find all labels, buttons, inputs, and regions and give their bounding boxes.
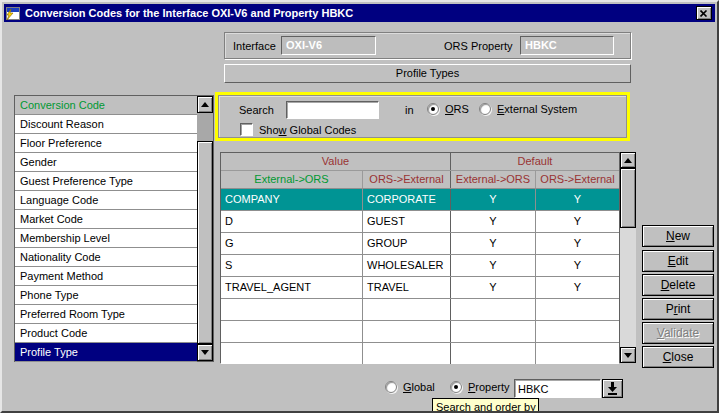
table-cell: GUEST — [363, 211, 451, 232]
close-button[interactable] — [696, 6, 712, 20]
list-item[interactable]: Gender — [15, 153, 197, 172]
delete-button-label: Delete — [661, 278, 696, 292]
table-row[interactable] — [221, 320, 619, 342]
interface-panel: Interface OXI-V6 ORS Property HBKC — [224, 32, 631, 59]
global-radio[interactable]: Global — [385, 381, 435, 393]
value-group-header: Value — [221, 153, 451, 170]
show-global-codes-checkbox[interactable]: Show Global Codes — [240, 123, 356, 136]
table-row[interactable] — [221, 298, 619, 320]
column-header: ORS->External — [536, 171, 619, 188]
column-header-row: External->ORS ORS->External External->OR… — [221, 170, 619, 188]
list-item[interactable]: Floor Preference — [15, 134, 197, 153]
table-cell — [221, 299, 363, 320]
default-group-header: Default — [451, 153, 619, 170]
property-radio[interactable]: Property — [450, 381, 510, 393]
list-item[interactable]: Membership Level — [15, 229, 197, 248]
list-item[interactable]: Phone Type — [15, 286, 197, 305]
down-arrow-icon — [624, 353, 632, 358]
ors-property-label: ORS Property — [444, 40, 512, 52]
close-action-button[interactable]: Close — [642, 346, 714, 368]
table-cell: D — [221, 211, 363, 232]
conversion-code-list: Conversion Code Discount Reason Floor Pr… — [14, 95, 214, 362]
profile-types-header: Profile Types — [224, 64, 631, 83]
property-radio-label: Property — [468, 381, 510, 393]
list-item[interactable]: Nationality Code — [15, 248, 197, 267]
scroll-down-button[interactable] — [197, 344, 213, 361]
window-title: Conversion Codes for the Interface OXI-V… — [25, 7, 353, 19]
radio-icon — [427, 103, 439, 115]
group-header-row: Value Default — [221, 153, 619, 170]
table-cell: G — [221, 233, 363, 254]
table-cell: Y — [536, 277, 619, 298]
delete-button[interactable]: Delete — [642, 274, 714, 296]
table-cell: Y — [536, 255, 619, 276]
tooltip: Search and order by — [432, 398, 539, 413]
external-system-radio-label: External System — [497, 103, 577, 115]
table-row-selected[interactable]: COMPANY CORPORATE Y Y — [221, 188, 619, 210]
list-item[interactable]: Discount Reason — [15, 115, 197, 134]
table-cell: TRAVEL — [363, 277, 451, 298]
ors-radio[interactable]: ORS — [427, 103, 469, 115]
new-button[interactable]: New — [642, 225, 714, 247]
list-header: Conversion Code — [15, 96, 197, 115]
print-button[interactable]: Print — [642, 298, 714, 320]
down-arrow-icon — [201, 350, 209, 355]
table-cell — [451, 321, 536, 342]
scroll-down-button[interactable] — [620, 347, 636, 363]
external-system-radio[interactable]: External System — [479, 103, 577, 115]
table-cell: COMPANY — [221, 189, 363, 210]
list-item[interactable]: Product Code — [15, 324, 197, 343]
down-arrow-to-bar-icon — [607, 382, 618, 395]
table-row[interactable]: TRAVEL_AGENT TRAVEL Y Y — [221, 276, 619, 298]
table-scrollbar[interactable] — [620, 152, 636, 363]
list-item[interactable]: Payment Method — [15, 267, 197, 286]
list-item[interactable]: Guest Preference Type — [15, 172, 197, 191]
table-cell — [363, 299, 451, 320]
checkbox-icon — [240, 123, 253, 136]
list-item[interactable]: Language Code — [15, 191, 197, 210]
show-global-codes-label: Show Global Codes — [259, 124, 356, 136]
interface-label: Interface — [233, 40, 276, 52]
radio-icon — [385, 381, 397, 393]
list-item[interactable]: Preferred Room Type — [15, 305, 197, 324]
column-header: External->ORS — [451, 171, 536, 188]
scroll-up-button[interactable] — [620, 152, 636, 168]
table-cell — [221, 321, 363, 342]
table-cell — [536, 343, 619, 364]
scroll-thumb[interactable] — [197, 141, 213, 344]
titlebar[interactable]: Conversion Codes for the Interface OXI-V… — [4, 4, 715, 22]
scroll-thumb[interactable] — [620, 168, 636, 228]
edit-button[interactable]: Edit — [642, 250, 714, 272]
up-arrow-icon — [624, 158, 632, 163]
table-cell — [221, 343, 363, 364]
search-panel: Search in ORS External System Show Globa… — [215, 92, 630, 141]
table-cell: Y — [451, 211, 536, 232]
validate-button-label: Validate — [657, 326, 700, 340]
scroll-up-button[interactable] — [197, 96, 213, 113]
lightning-icon — [4, 9, 16, 21]
list-item[interactable]: Market Code — [15, 210, 197, 229]
scroll-track[interactable] — [197, 113, 213, 141]
table-cell — [536, 321, 619, 342]
table-row[interactable]: D GUEST Y Y — [221, 210, 619, 232]
table-cell: Y — [451, 277, 536, 298]
table-cell: Y — [536, 189, 619, 210]
table-cell: WHOLESALER — [363, 255, 451, 276]
table-cell — [536, 299, 619, 320]
list-item-selected[interactable]: Profile Type — [15, 343, 197, 362]
ors-property-field: HBKC — [520, 36, 614, 55]
ors-radio-label: ORS — [445, 103, 469, 115]
up-arrow-icon — [201, 102, 209, 107]
table-cell: CORPORATE — [363, 189, 451, 210]
property-lov-button[interactable] — [602, 379, 623, 398]
table-row[interactable] — [221, 342, 619, 364]
table-cell: S — [221, 255, 363, 276]
list-scrollbar[interactable] — [197, 96, 213, 361]
table-cell — [451, 343, 536, 364]
table-cell: GROUP — [363, 233, 451, 254]
table-row[interactable]: S WHOLESALER Y Y — [221, 254, 619, 276]
search-input[interactable] — [286, 101, 379, 119]
new-button-label: New — [666, 229, 690, 243]
table-row[interactable]: G GROUP Y Y — [221, 232, 619, 254]
property-code-input[interactable] — [514, 379, 601, 398]
